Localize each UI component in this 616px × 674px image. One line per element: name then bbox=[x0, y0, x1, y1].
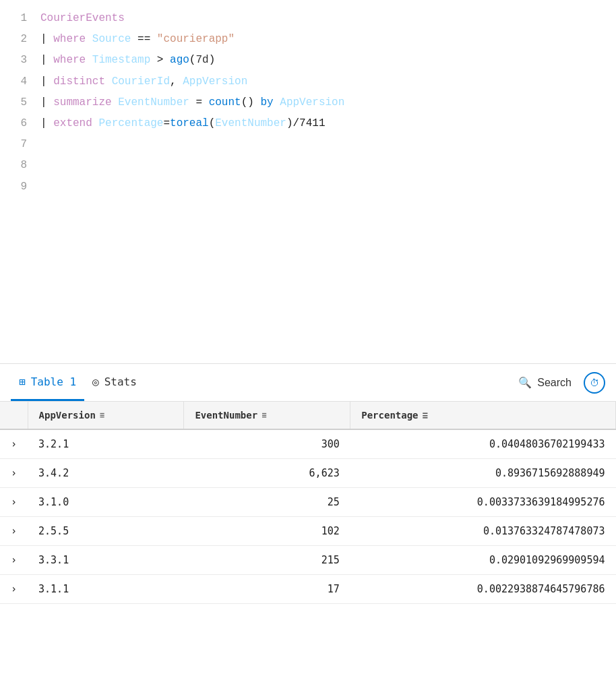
code-line-6: 6| extend Percentage=toreal(EventNumber)… bbox=[0, 113, 616, 134]
col-eventnumber-header[interactable]: EventNumber ≡ bbox=[184, 402, 350, 429]
cell-eventnumber-1: 6,623 bbox=[184, 459, 350, 488]
line-number-2: 2 bbox=[0, 30, 40, 49]
eventnumber-filter-icon[interactable]: ≡ bbox=[261, 410, 266, 420]
col-appversion-header[interactable]: AppVersion ≡ bbox=[28, 402, 184, 429]
line-content-4: | distinct CourierId, AppVersion bbox=[40, 73, 616, 91]
row-expand-1[interactable]: › bbox=[0, 459, 28, 488]
cell-eventnumber-0: 300 bbox=[184, 429, 350, 459]
line-content-5: | summarize EventNumber = count() by App… bbox=[40, 94, 616, 112]
line-number-3: 3 bbox=[0, 51, 40, 69]
results-table: AppVersion ≡ EventNumber ≡ Percentage ≡ bbox=[0, 402, 616, 604]
cell-eventnumber-3: 102 bbox=[184, 517, 350, 546]
code-line-8: 8 bbox=[0, 155, 616, 176]
tab-table[interactable]: ⊞ Table 1 bbox=[11, 364, 84, 401]
row-expand-2[interactable]: › bbox=[0, 488, 28, 517]
table-row: ›3.2.13000.04048036702199433 bbox=[0, 429, 616, 459]
search-icon: 🔍 bbox=[518, 376, 532, 389]
col-expand-header bbox=[0, 402, 28, 429]
cell-appversion-5: 3.1.1 bbox=[28, 575, 184, 604]
table-row: ›3.3.12150.02901092969909594 bbox=[0, 546, 616, 575]
cell-appversion-4: 3.3.1 bbox=[28, 546, 184, 575]
tabs-bar: ⊞ Table 1 ◎ Stats 🔍 Search ⏱ bbox=[0, 364, 616, 402]
clock-icon: ⏱ bbox=[590, 377, 599, 388]
table-row: ›3.1.1170.0022938874645796786 bbox=[0, 575, 616, 604]
col-percentage-header[interactable]: Percentage ≡ bbox=[350, 402, 616, 429]
code-line-2: 2| where Source == "courierapp" bbox=[0, 29, 616, 50]
table-row: ›3.4.26,6230.8936715692888949 bbox=[0, 459, 616, 488]
stats-icon: ◎ bbox=[92, 375, 99, 388]
line-number-8: 8 bbox=[0, 156, 40, 175]
search-label: Search bbox=[537, 377, 572, 389]
cell-percentage-5: 0.0022938874645796786 bbox=[350, 575, 616, 604]
table-row: ›2.5.51020.013763324787478073 bbox=[0, 517, 616, 546]
code-line-7: 7 bbox=[0, 134, 616, 155]
cell-eventnumber-5: 17 bbox=[184, 575, 350, 604]
cell-eventnumber-2: 25 bbox=[184, 488, 350, 517]
line-content-2: | where Source == "courierapp" bbox=[40, 30, 616, 49]
appversion-filter-icon[interactable]: ≡ bbox=[100, 410, 104, 420]
row-expand-0[interactable]: › bbox=[0, 429, 28, 459]
line-content-1: CourierEvents bbox=[40, 9, 616, 28]
table-icon: ⊞ bbox=[19, 375, 26, 388]
tab-table-label: Table 1 bbox=[31, 375, 76, 388]
cell-eventnumber-4: 215 bbox=[184, 546, 350, 575]
row-expand-5[interactable]: › bbox=[0, 575, 28, 604]
cell-percentage-1: 0.8936715692888949 bbox=[350, 459, 616, 488]
code-line-5: 5| summarize EventNumber = count() by Ap… bbox=[0, 92, 616, 113]
table-header-row: AppVersion ≡ EventNumber ≡ Percentage ≡ bbox=[0, 402, 616, 429]
line-number-9: 9 bbox=[0, 178, 40, 196]
tab-stats-label: Stats bbox=[104, 375, 137, 388]
code-line-3: 3| where Timestamp > ago(7d) bbox=[0, 50, 616, 71]
code-line-9: 9 bbox=[0, 177, 616, 197]
cell-percentage-0: 0.04048036702199433 bbox=[350, 429, 616, 459]
line-number-4: 4 bbox=[0, 73, 40, 91]
cell-appversion-3: 2.5.5 bbox=[28, 517, 184, 546]
line-number-1: 1 bbox=[0, 9, 40, 28]
percentage-filter-icon[interactable]: ≡ bbox=[423, 410, 428, 421]
search-area: 🔍 Search ⏱ bbox=[512, 372, 605, 394]
line-number-5: 5 bbox=[0, 94, 40, 112]
line-content-6: | extend Percentage=toreal(EventNumber)/… bbox=[40, 115, 616, 133]
code-editor: 1CourierEvents2| where Source == "courie… bbox=[0, 0, 616, 364]
line-number-6: 6 bbox=[0, 115, 40, 133]
cell-appversion-2: 3.1.0 bbox=[28, 488, 184, 517]
cell-percentage-2: 0.0033733639184995276 bbox=[350, 488, 616, 517]
tab-stats[interactable]: ◎ Stats bbox=[84, 364, 145, 401]
cell-appversion-1: 3.4.2 bbox=[28, 459, 184, 488]
line-number-7: 7 bbox=[0, 135, 40, 154]
row-expand-3[interactable]: › bbox=[0, 517, 28, 546]
search-button[interactable]: 🔍 Search bbox=[512, 372, 578, 393]
clock-button[interactable]: ⏱ bbox=[584, 372, 605, 394]
code-line-1: 1CourierEvents bbox=[0, 8, 616, 29]
row-expand-4[interactable]: › bbox=[0, 546, 28, 575]
cell-percentage-3: 0.013763324787478073 bbox=[350, 517, 616, 546]
code-line-4: 4| distinct CourierId, AppVersion bbox=[0, 71, 616, 92]
cell-percentage-4: 0.02901092969909594 bbox=[350, 546, 616, 575]
data-table-container: AppVersion ≡ EventNumber ≡ Percentage ≡ bbox=[0, 402, 616, 604]
line-content-3: | where Timestamp > ago(7d) bbox=[40, 51, 616, 69]
table-row: ›3.1.0250.0033733639184995276 bbox=[0, 488, 616, 517]
cell-appversion-0: 3.2.1 bbox=[28, 429, 184, 459]
